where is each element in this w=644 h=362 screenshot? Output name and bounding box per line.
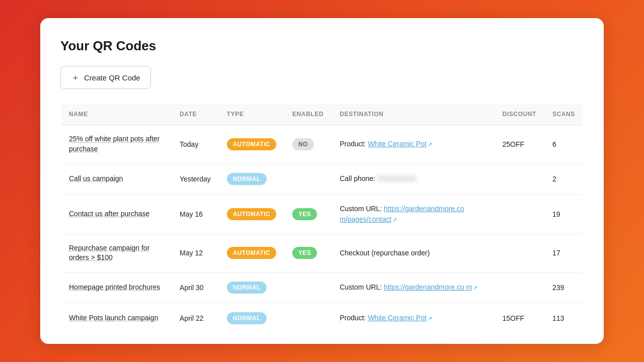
external-link-icon: ↗ (428, 314, 432, 323)
destination-label: Custom URL: (340, 205, 382, 213)
page-title: Your QR Codes (60, 38, 584, 54)
row-date: April 30 (172, 272, 219, 303)
row-scans: 6 (544, 125, 584, 163)
row-date: May 16 (172, 194, 219, 234)
row-scans: 239 (544, 272, 584, 303)
destination-label: Call phone: (340, 174, 375, 183)
row-name[interactable]: Call us campaign (69, 174, 123, 183)
col-destination: DESTINATION (332, 104, 494, 125)
row-destination: Product: White Ceramic Pot↗ (332, 303, 494, 333)
destination-link[interactable]: https://gardenandmore.co m (384, 283, 472, 291)
row-destination: Custom URL: https://gardenandmore.co m↗ (332, 272, 494, 303)
table-row: 25% off white plant pots after purchaseT… (61, 125, 584, 163)
qr-codes-table: NAME DATE TYPE ENABLED DESTINATION DISCO… (60, 103, 584, 333)
row-date: Today (172, 125, 219, 163)
table-row: Contact us after purchaseMay 16AUTOMATIC… (61, 194, 584, 234)
plus-icon: ＋ (71, 71, 80, 83)
row-name[interactable]: Homepage printed brochures (69, 283, 160, 291)
row-discount (495, 194, 544, 234)
col-date: DATE (172, 104, 219, 125)
table-row: Repurchase campaign for orders > $100May… (61, 234, 584, 272)
row-destination: Call phone: 0000000000 (332, 163, 494, 194)
type-badge: AUTOMATIC (227, 247, 276, 259)
row-destination: Checkout (repurchase order) (332, 234, 494, 272)
enabled-badge: YES (292, 208, 317, 220)
table-header-row: NAME DATE TYPE ENABLED DESTINATION DISCO… (61, 104, 584, 125)
enabled-badge: NO (292, 138, 314, 150)
row-destination: Custom URL: https://gardenandmore.co m/p… (332, 194, 494, 234)
row-scans: 19 (544, 194, 584, 234)
row-discount: 25OFF (495, 125, 544, 163)
row-name[interactable]: 25% off white plant pots after purchase (69, 135, 159, 153)
type-badge: AUTOMATIC (227, 138, 276, 150)
col-enabled: ENABLED (284, 104, 332, 125)
create-qr-button[interactable]: ＋ Create QR Code (60, 66, 151, 89)
destination-label: Product: (340, 314, 366, 322)
destination-link[interactable]: White Ceramic Pot (368, 140, 427, 148)
destination-label: Product: (340, 140, 366, 148)
destination-label: Custom URL: (340, 283, 382, 291)
col-type: TYPE (219, 104, 284, 125)
row-discount: 15OFF (495, 303, 544, 333)
table-row: Call us campaignYesterdayNORMALCall phon… (61, 163, 584, 194)
row-discount (495, 163, 544, 194)
row-name[interactable]: Contact us after purchase (69, 210, 149, 218)
row-discount (495, 234, 544, 272)
col-name: NAME (61, 104, 172, 125)
col-discount: DISCOUNT (495, 104, 544, 125)
destination-label: Checkout (repurchase order) (340, 249, 430, 257)
row-scans: 17 (544, 234, 584, 272)
type-badge: NORMAL (227, 282, 267, 294)
external-link-icon: ↗ (428, 140, 432, 149)
col-scans: SCANS (544, 104, 584, 125)
type-badge: NORMAL (227, 173, 267, 185)
external-link-icon: ↗ (392, 216, 397, 224)
table-row: Homepage printed brochuresApril 30NORMAL… (61, 272, 584, 303)
row-scans: 2 (544, 163, 584, 194)
table-row: White Pots launch campaignApril 22NORMAL… (61, 303, 584, 333)
type-badge: NORMAL (227, 312, 267, 324)
row-discount (495, 272, 544, 303)
row-name[interactable]: Repurchase campaign for orders > $100 (69, 244, 149, 262)
row-destination: Product: White Ceramic Pot↗ (332, 125, 494, 163)
row-name[interactable]: White Pots launch campaign (69, 314, 158, 322)
main-card: Your QR Codes ＋ Create QR Code NAME DATE… (40, 18, 604, 343)
enabled-badge: YES (292, 247, 317, 259)
create-button-label: Create QR Code (84, 73, 140, 82)
type-badge: AUTOMATIC (227, 208, 276, 220)
row-date: May 12 (172, 234, 219, 272)
row-date: April 22 (172, 303, 219, 333)
row-date: Yesterday (172, 163, 219, 194)
destination-blurred: 0000000000 (377, 173, 417, 184)
row-scans: 113 (544, 303, 584, 333)
external-link-icon: ↗ (473, 284, 477, 292)
destination-link[interactable]: White Ceramic Pot (368, 314, 427, 322)
